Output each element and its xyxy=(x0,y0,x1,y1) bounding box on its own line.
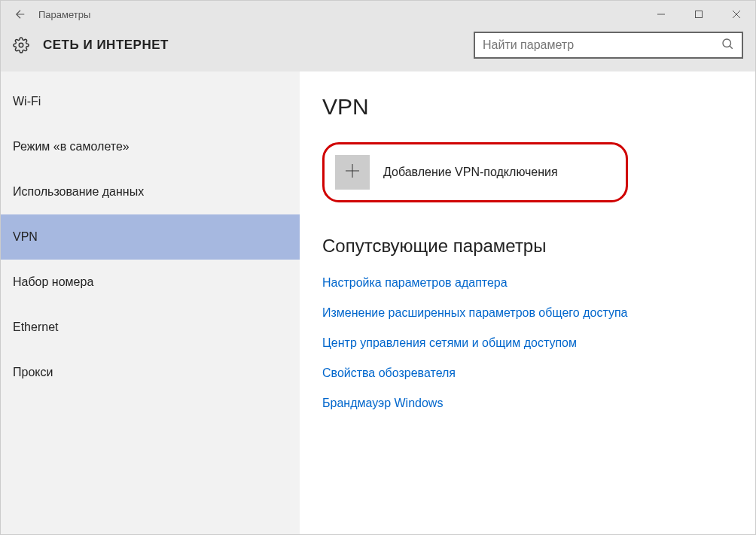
sidebar-item-data-usage[interactable]: Использование данных xyxy=(1,169,300,214)
main-panel: VPN Добавление VPN-подключения Сопутсвую… xyxy=(300,71,755,534)
close-button[interactable] xyxy=(718,1,755,28)
add-icon-box xyxy=(335,155,370,190)
search-box[interactable] xyxy=(474,32,743,59)
link-internet-options[interactable]: Свойства обозревателя xyxy=(322,366,733,380)
search-icon xyxy=(721,37,734,53)
window-title: Параметры xyxy=(38,9,642,20)
minimize-icon xyxy=(657,10,666,19)
sidebar-item-ethernet[interactable]: Ethernet xyxy=(1,305,300,350)
link-windows-firewall[interactable]: Брандмауэр Windows xyxy=(322,397,733,410)
sidebar-item-label: Ethernet xyxy=(13,321,58,334)
sidebar-item-wifi[interactable]: Wi-Fi xyxy=(1,79,300,124)
back-button[interactable] xyxy=(7,1,34,28)
svg-point-5 xyxy=(723,39,731,47)
sidebar-item-vpn[interactable]: VPN xyxy=(1,214,300,260)
plus-icon xyxy=(343,162,361,183)
maximize-button[interactable] xyxy=(680,1,718,28)
sidebar: Wi-Fi Режим «в самолете» Использование д… xyxy=(1,71,300,534)
link-label: Центр управления сетями и общим доступом xyxy=(322,336,577,349)
window-controls xyxy=(642,1,755,28)
category-title: СЕТЬ И ИНТЕРНЕТ xyxy=(43,38,474,53)
link-label: Изменение расширенных параметров общего … xyxy=(322,306,627,319)
sidebar-item-label: Использование данных xyxy=(13,185,144,199)
arrow-left-icon xyxy=(14,8,27,21)
link-adapter-settings[interactable]: Настройка параметров адаптера xyxy=(322,276,733,290)
link-label: Брандмауэр Windows xyxy=(322,397,443,409)
add-vpn-label: Добавление VPN-подключения xyxy=(383,166,558,179)
sidebar-item-label: Wi-Fi xyxy=(13,95,41,108)
sidebar-item-label: Набор номера xyxy=(13,275,93,289)
minimize-button[interactable] xyxy=(642,1,680,28)
link-advanced-sharing[interactable]: Изменение расширенных параметров общего … xyxy=(322,306,733,320)
sidebar-item-proxy[interactable]: Прокси xyxy=(1,350,300,395)
title-bar: Параметры xyxy=(1,1,755,28)
content: Wi-Fi Режим «в самолете» Использование д… xyxy=(1,71,755,534)
sidebar-item-label: Прокси xyxy=(13,366,53,379)
sidebar-item-label: VPN xyxy=(13,230,38,244)
settings-icon xyxy=(13,37,29,53)
link-label: Настройка параметров адаптера xyxy=(322,276,508,289)
link-label: Свойства обозревателя xyxy=(322,366,456,379)
maximize-icon xyxy=(694,10,703,19)
sidebar-item-label: Режим «в самолете» xyxy=(13,140,130,154)
svg-line-6 xyxy=(730,46,733,49)
page-title: VPN xyxy=(322,94,733,120)
add-vpn-connection-button[interactable]: Добавление VPN-подключения xyxy=(322,142,628,202)
related-settings-title: Сопутсвующие параметры xyxy=(322,236,733,257)
svg-rect-1 xyxy=(696,11,703,18)
svg-point-4 xyxy=(19,43,23,47)
sidebar-item-dial-up[interactable]: Набор номера xyxy=(1,260,300,305)
link-network-sharing-center[interactable]: Центр управления сетями и общим доступом xyxy=(322,336,733,350)
search-input[interactable] xyxy=(483,38,721,52)
sidebar-item-airplane-mode[interactable]: Режим «в самолете» xyxy=(1,124,300,169)
close-icon xyxy=(732,10,741,19)
header: СЕТЬ И ИНТЕРНЕТ xyxy=(1,28,755,71)
